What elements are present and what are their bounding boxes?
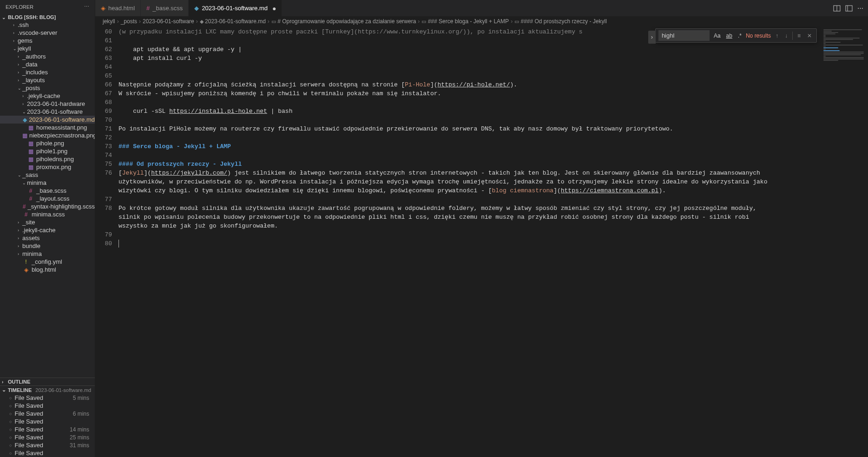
find-expand-icon[interactable]: › bbox=[648, 31, 656, 44]
tree-item-label: assets bbox=[22, 235, 40, 242]
find-close-icon[interactable]: ✕ bbox=[805, 32, 814, 40]
breadcrumb-item[interactable]: jekyll bbox=[103, 18, 115, 25]
tree-item-label: proxmox.png bbox=[36, 163, 71, 170]
breadcrumb-item[interactable]: ▭ ### Serce bloga - Jekyll + LAMP bbox=[421, 18, 509, 25]
folder-item[interactable]: ›.ssh bbox=[0, 21, 95, 29]
find-result-text: No results bbox=[746, 33, 771, 39]
tab[interactable]: #_base.scss bbox=[141, 0, 189, 16]
match-case-icon[interactable]: Aa bbox=[712, 32, 722, 40]
timeline-item[interactable]: ○File Saved bbox=[0, 402, 95, 410]
timeline-item[interactable]: ○File Saved bbox=[0, 418, 95, 425]
tab[interactable]: ◆2023-06-01-software.md● bbox=[189, 0, 282, 16]
folder-item[interactable]: ⌄_posts bbox=[0, 84, 95, 92]
split-editor-icon[interactable] bbox=[833, 5, 841, 12]
folder-item[interactable]: ›_data bbox=[0, 60, 95, 68]
tree-item-label: _layouts bbox=[22, 77, 45, 84]
chevron-down-icon: ⌄ bbox=[18, 173, 22, 177]
timeline-label: File Saved bbox=[14, 418, 43, 425]
file-item[interactable]: #_base.scss bbox=[0, 187, 95, 195]
timeline-item[interactable]: ○File Saved5 mins bbox=[0, 394, 95, 402]
workspace-header[interactable]: ⌄ BLOG [SSH: BLOG] bbox=[0, 13, 95, 21]
editor-area: ◈head.html#_base.scss◆2023-06-01-softwar… bbox=[95, 0, 868, 457]
file-item[interactable]: #_layout.scss bbox=[0, 195, 95, 202]
circle-icon: ○ bbox=[9, 404, 12, 408]
code-content[interactable]: (w przypadku instalacji LXC mamy dostępn… bbox=[118, 26, 868, 457]
file-item[interactable]: !_config.yml bbox=[0, 258, 95, 266]
folder-item[interactable]: ›.jekyll-cache bbox=[0, 226, 95, 234]
html-icon: ◈ bbox=[101, 5, 105, 12]
file-item[interactable]: ▦proxmox.png bbox=[0, 163, 95, 171]
tree-item-label: _data bbox=[22, 61, 38, 68]
folder-item[interactable]: ⌄2023-06-01-software bbox=[0, 108, 95, 116]
file-item[interactable]: ▦pihole.png bbox=[0, 139, 95, 147]
tree-item-label: .vscode-server bbox=[18, 29, 57, 36]
match-word-icon[interactable]: ab bbox=[725, 32, 734, 40]
file-item[interactable]: ▦homeassistant.png bbox=[0, 124, 95, 131]
folder-item[interactable]: ›_site bbox=[0, 218, 95, 226]
explorer-more-icon[interactable]: ⋯ bbox=[84, 4, 89, 10]
find-prev-icon[interactable]: ↑ bbox=[774, 32, 780, 40]
file-item[interactable]: ◈blog.html bbox=[0, 266, 95, 274]
symbol-icon: ▭ bbox=[271, 19, 276, 24]
folder-item[interactable]: ⌄minima bbox=[0, 179, 95, 187]
tab[interactable]: ◈head.html bbox=[95, 0, 141, 16]
timeline-item[interactable]: ○File Saved14 mins bbox=[0, 425, 95, 433]
layout-icon[interactable] bbox=[845, 5, 853, 12]
regex-icon[interactable]: .* bbox=[736, 32, 743, 40]
folder-item[interactable]: ›_layouts bbox=[0, 76, 95, 84]
folder-item[interactable]: ⌄_sass bbox=[0, 171, 95, 179]
tab-label: head.html bbox=[108, 5, 135, 12]
folder-item[interactable]: ›.vscode-server bbox=[0, 29, 95, 37]
outline-header[interactable]: › OUTLINE bbox=[0, 378, 95, 385]
chevron-right-icon: › bbox=[22, 102, 27, 106]
file-item[interactable]: ▦niebezpiecznastrona.png bbox=[0, 131, 95, 139]
chevron-right-icon: › bbox=[18, 228, 22, 233]
tree-item-label: _base.scss bbox=[36, 187, 66, 194]
chevron-right-icon: › bbox=[18, 244, 22, 248]
folder-item[interactable]: ›.jekyll-cache bbox=[0, 92, 95, 100]
tree-item-label: _authors bbox=[22, 53, 46, 60]
folder-item[interactable]: ›_includes bbox=[0, 68, 95, 76]
folder-item[interactable]: ›2023-06-01-hardware bbox=[0, 100, 95, 108]
file-item[interactable]: ◆2023-06-01-software.md bbox=[0, 116, 95, 124]
timeline-item[interactable]: ○File Saved bbox=[0, 449, 95, 457]
timeline-item[interactable]: ○File Saved31 mins bbox=[0, 441, 95, 449]
minimap[interactable] bbox=[822, 26, 868, 101]
timeline-item[interactable]: ○File Saved25 mins bbox=[0, 433, 95, 441]
breadcrumb-item[interactable]: ▭ # Oprogramowanie odpowiadające za dzia… bbox=[271, 18, 416, 25]
breadcrumbs[interactable]: jekyll›_posts›2023-06-01-software›◆ 2023… bbox=[95, 16, 868, 26]
breadcrumb-item[interactable]: ◆ 2023-06-01-software.md bbox=[200, 18, 266, 25]
breadcrumb-item[interactable]: 2023-06-01-software bbox=[143, 18, 194, 25]
folder-item[interactable]: ›_authors bbox=[0, 52, 95, 60]
folder-item[interactable]: ›minima bbox=[0, 250, 95, 258]
file-item[interactable]: #minima.scss bbox=[0, 210, 95, 218]
folder-item[interactable]: ›bundle bbox=[0, 242, 95, 250]
find-selection-icon[interactable]: ≡ bbox=[796, 32, 802, 40]
folder-item[interactable]: ›gems bbox=[0, 37, 95, 45]
tree-item-label: minima bbox=[27, 179, 46, 186]
folder-item[interactable]: ›assets bbox=[0, 234, 95, 242]
breadcrumb-item[interactable]: ▭ #### Od prostszych rzeczy - Jekyll bbox=[514, 18, 607, 25]
scss-icon: # bbox=[146, 5, 150, 12]
file-item[interactable]: #_syntax-highlighting.scss bbox=[0, 202, 95, 210]
breadcrumb-item[interactable]: _posts bbox=[121, 18, 137, 25]
chevron-right-icon: › bbox=[18, 62, 22, 67]
chevron-down-icon: ⌄ bbox=[13, 46, 18, 51]
file-item[interactable]: ▦piholedns.png bbox=[0, 155, 95, 163]
find-input[interactable] bbox=[658, 30, 710, 41]
more-icon[interactable]: ⋯ bbox=[857, 5, 863, 12]
tree-item-label: _config.yml bbox=[32, 258, 62, 265]
chevron-right-icon: › bbox=[18, 54, 22, 59]
timeline-item[interactable]: ○File Saved6 mins bbox=[0, 410, 95, 418]
tree-item-label: minima.scss bbox=[32, 211, 65, 218]
explorer-title: EXPLORER bbox=[6, 4, 33, 10]
editor[interactable]: 6061626364656667686970717273747576777879… bbox=[95, 26, 868, 457]
circle-icon: ○ bbox=[9, 411, 12, 416]
timeline-label: File Saved bbox=[14, 434, 43, 441]
folder-item[interactable]: ⌄jekyll bbox=[0, 45, 95, 52]
chevron-down-icon: ⌄ bbox=[2, 15, 7, 20]
file-item[interactable]: ▦pihole1.png bbox=[0, 147, 95, 155]
breadcrumb-separator: › bbox=[511, 18, 513, 25]
find-next-icon[interactable]: ↓ bbox=[783, 32, 789, 40]
timeline-header[interactable]: ⌄ TIMELINE 2023-06-01-software.md bbox=[0, 386, 95, 394]
